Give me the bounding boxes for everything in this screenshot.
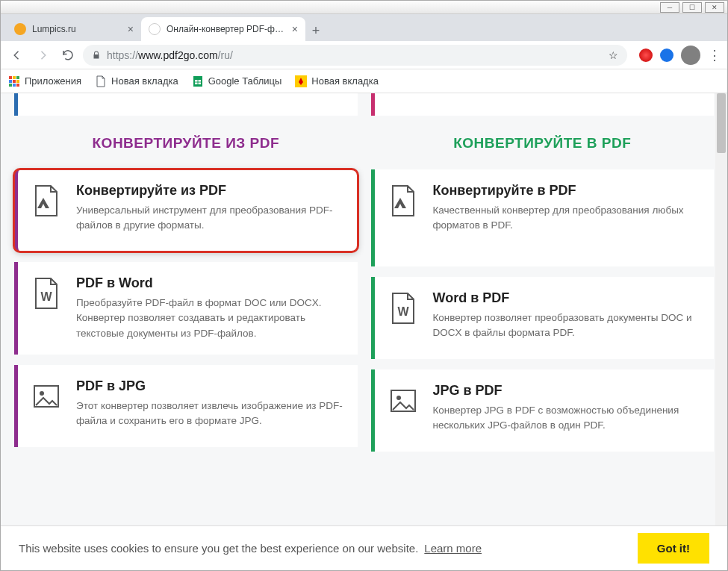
bookmarks-bar: Приложения Новая вкладка Google Таблицы …: [1, 69, 727, 93]
tab-title: Lumpics.ru: [32, 24, 122, 34]
tab-pdf2go[interactable]: Онлайн-конвертер PDF-файлов ×: [141, 17, 305, 41]
reload-button[interactable]: [57, 45, 78, 66]
back-button[interactable]: [7, 45, 28, 66]
page-icon: [95, 75, 107, 87]
extension-globe-icon[interactable]: [660, 49, 673, 62]
bookmark-apps[interactable]: Приложения: [8, 75, 81, 87]
window-titlebar: ─ ☐ ✕: [1, 1, 727, 14]
word-file-icon: W: [385, 290, 421, 326]
sheets-icon: [192, 75, 204, 87]
bookmark-label: Приложения: [25, 75, 81, 87]
favicon-icon: [14, 23, 26, 35]
svg-rect-3: [9, 80, 12, 83]
bookmark-label: Google Таблицы: [208, 75, 282, 87]
close-icon[interactable]: ×: [292, 23, 298, 35]
lock-icon: [92, 51, 101, 60]
column-from-pdf: Конвертируйте из PDF Универсальный инстр…: [14, 169, 358, 452]
bookmark-label: Новая вкладка: [311, 75, 379, 87]
cookie-accept-button[interactable]: Got it!: [638, 533, 709, 564]
scrollbar-thumb[interactable]: [717, 93, 726, 153]
card-desc: Универсальный инструмент для преобразова…: [76, 203, 344, 234]
bookmark-newtab1[interactable]: Новая вкладка: [95, 75, 178, 87]
card-word-to-pdf[interactable]: W Word в PDF Конвертер позволяет преобра…: [371, 277, 715, 359]
card-convert-to-pdf[interactable]: Конвертируйте в PDF Качественный конверт…: [371, 169, 715, 266]
url-text: https://www.pdf2go.com/ru/: [107, 49, 233, 61]
card-title: JPG в PDF: [433, 383, 701, 399]
card-pdf-to-jpg[interactable]: PDF в JPG Этот конвертер позволяет извле…: [14, 365, 358, 447]
image-file-icon: [385, 383, 421, 419]
card-desc: Качественный конвертер для преобразовани…: [433, 203, 701, 234]
cookie-banner: This website uses cookies to ensure you …: [1, 525, 727, 570]
card-title: PDF в JPG: [76, 378, 344, 394]
vertical-scrollbar[interactable]: [715, 93, 727, 570]
reload-icon: [61, 49, 75, 62]
toolbar: https://www.pdf2go.com/ru/ ☆ ⋮: [1, 41, 727, 69]
svg-rect-2: [16, 76, 19, 79]
column-to-pdf: Конвертируйте в PDF Качественный конверт…: [371, 169, 715, 452]
svg-rect-1: [13, 76, 16, 79]
forward-button[interactable]: [32, 45, 53, 66]
card-title: PDF в Word: [76, 275, 344, 291]
browser-menu-button[interactable]: ⋮: [708, 47, 721, 63]
card-sliver[interactable]: [14, 93, 358, 116]
page-content: КОНВЕРТИРУЙТЕ ИЗ PDF КОНВЕРТИРУЙТЕ В PDF…: [1, 93, 727, 570]
card-desc: Конвертер JPG в PDF с возможностью объед…: [433, 403, 701, 434]
card-title: Конвертируйте из PDF: [76, 183, 344, 199]
card-columns: Конвертируйте из PDF Универсальный инстр…: [14, 169, 714, 452]
cookie-text: This website uses cookies to ensure you …: [19, 542, 418, 555]
favicon-icon: [149, 23, 161, 35]
bookmark-label: Новая вкладка: [111, 75, 178, 87]
svg-text:W: W: [397, 305, 409, 318]
address-bar[interactable]: https://www.pdf2go.com/ru/ ☆: [83, 45, 627, 66]
bookmark-star-icon[interactable]: ☆: [609, 49, 618, 61]
window-minimize-button[interactable]: ─: [660, 2, 679, 13]
svg-rect-5: [16, 80, 19, 83]
word-file-icon: W: [28, 275, 64, 311]
extension-opera-icon[interactable]: [639, 49, 653, 62]
window-close-button[interactable]: ✕: [705, 2, 724, 13]
yandex-icon: [295, 75, 307, 87]
card-convert-from-pdf[interactable]: Конвертируйте из PDF Универсальный инстр…: [14, 169, 358, 252]
toolbar-right: ⋮: [639, 46, 721, 65]
profile-avatar[interactable]: [681, 46, 700, 65]
close-icon[interactable]: ×: [128, 23, 134, 35]
window-maximize-button[interactable]: ☐: [682, 2, 702, 13]
heading-from-pdf: КОНВЕРТИРУЙТЕ ИЗ PDF: [14, 131, 358, 156]
bookmark-sheets[interactable]: Google Таблицы: [192, 75, 282, 87]
svg-rect-6: [9, 84, 12, 87]
svg-rect-0: [9, 76, 12, 79]
cookie-learn-more-link[interactable]: Learn more: [424, 542, 482, 555]
bookmark-newtab2[interactable]: Новая вкладка: [295, 75, 379, 87]
svg-rect-4: [13, 80, 16, 83]
card-desc: Преобразуйте PDF-файл в формат DOC или D…: [76, 296, 344, 341]
arrow-left-icon: [10, 49, 24, 62]
svg-rect-7: [13, 84, 16, 87]
new-tab-button[interactable]: +: [305, 20, 326, 41]
prev-section-slivers: [14, 93, 714, 116]
card-jpg-to-pdf[interactable]: JPG в PDF Конвертер JPG в PDF с возможно…: [371, 369, 715, 452]
pdf-file-icon: [28, 183, 64, 219]
heading-to-pdf: КОНВЕРТИРУЙТЕ В PDF: [371, 131, 715, 156]
svg-rect-8: [16, 84, 19, 87]
apps-icon: [8, 75, 20, 87]
card-title: Конвертируйте в PDF: [433, 183, 701, 199]
image-file-icon: [28, 378, 64, 414]
browser-window: ─ ☐ ✕ Lumpics.ru × Онлайн-конвертер PDF-…: [0, 0, 728, 571]
arrow-right-icon: [36, 49, 49, 62]
tab-strip: Lumpics.ru × Онлайн-конвертер PDF-файлов…: [1, 14, 727, 41]
card-desc: Этот конвертер позволяет извлечь изображ…: [76, 399, 344, 429]
tab-lumpics[interactable]: Lumpics.ru ×: [7, 17, 141, 41]
card-title: Word в PDF: [433, 290, 701, 306]
section-headings: КОНВЕРТИРУЙТЕ ИЗ PDF КОНВЕРТИРУЙТЕ В PDF: [14, 131, 714, 156]
svg-point-19: [396, 396, 401, 400]
card-pdf-to-word[interactable]: W PDF в Word Преобразуйте PDF-файл в фор…: [14, 262, 358, 355]
svg-point-16: [40, 391, 44, 396]
card-sliver[interactable]: [371, 93, 715, 116]
pdf-file-icon: [385, 183, 421, 219]
card-desc: Конвертер позволяет преобразовать докуме…: [433, 311, 701, 341]
svg-text:W: W: [40, 290, 52, 303]
tab-title: Онлайн-конвертер PDF-файлов: [167, 24, 286, 34]
